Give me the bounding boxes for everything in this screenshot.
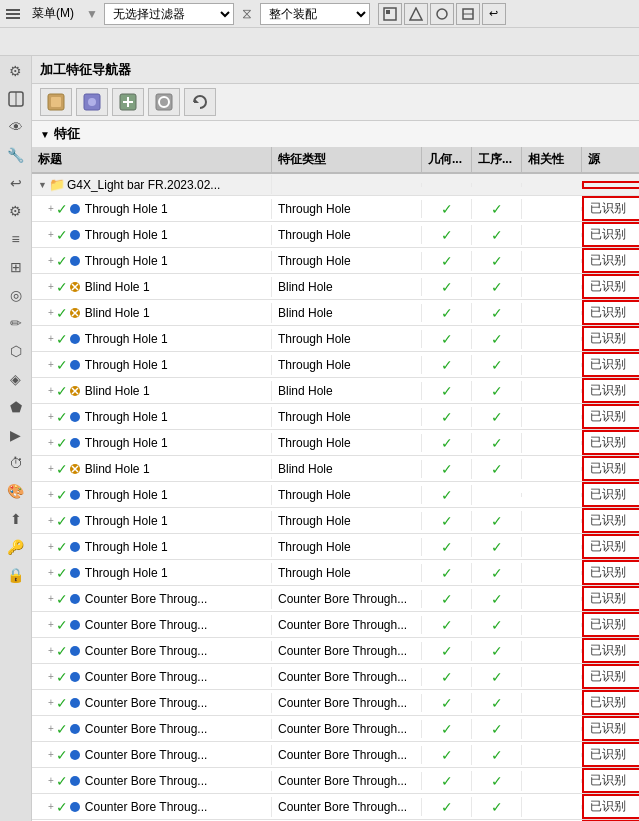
toolbar-btn-1[interactable]	[378, 3, 402, 25]
plus-icon[interactable]: +	[48, 515, 54, 526]
check-icon: ✓	[56, 799, 68, 815]
table-row[interactable]: + ✓ Counter Bore Throug... Counter Bore …	[32, 794, 639, 820]
check-icon: ✓	[441, 799, 453, 815]
cell-type: Through Hole	[272, 512, 422, 530]
table-row[interactable]: + ✓ Through Hole 1 Through Hole ✓ ✓ 已识别	[32, 196, 639, 222]
hole-icon	[68, 488, 82, 502]
table-row[interactable]: + ✓ Counter Bore Throug... Counter Bore …	[32, 690, 639, 716]
sidebar-icon-list[interactable]: ≡	[3, 226, 29, 252]
table-row[interactable]: + ✓ Through Hole 1 Through Hole ✓ ✓ 已识别	[32, 352, 639, 378]
plus-icon[interactable]: +	[48, 619, 54, 630]
plus-icon[interactable]: +	[48, 229, 54, 240]
hole-icon	[68, 462, 82, 476]
sidebar-icon-play[interactable]: ▶	[3, 422, 29, 448]
plus-icon[interactable]: +	[48, 281, 54, 292]
sidebar-icon-settings[interactable]: 🔑	[3, 534, 29, 560]
table-row[interactable]: + ✓ Through Hole 1 Through Hole ✓ 已识别	[32, 482, 639, 508]
table-row[interactable]: + ✓ Through Hole 1 Through Hole ✓ ✓ 已识别	[32, 508, 639, 534]
sidebar-icon-clock[interactable]: ⏱	[3, 450, 29, 476]
table-row[interactable]: + ✓ Through Hole 1 Through Hole ✓ ✓ 已识别	[32, 222, 639, 248]
table-row[interactable]: + ✓ Blind Hole 1 Blind Hole ✓ ✓ 已识别	[32, 274, 639, 300]
table-root-row[interactable]: ▼ 📁 G4X_Light bar FR.2023.02...	[32, 174, 639, 196]
filter-dropdown[interactable]: 无选择过滤器	[104, 3, 234, 25]
feat-btn-1[interactable]	[40, 88, 72, 116]
table-row[interactable]: + ✓ Through Hole 1 Through Hole ✓ ✓ 已识别	[32, 248, 639, 274]
table-row[interactable]: + ✓ Counter Bore Throug... Counter Bore …	[32, 612, 639, 638]
table-row[interactable]: + ✓ Through Hole 1 Through Hole ✓ ✓ 已识别	[32, 326, 639, 352]
table-row[interactable]: + ✓ Through Hole 1 Through Hole ✓ ✓ 已识别	[32, 560, 639, 586]
sidebar-icon-eye[interactable]: 👁	[3, 114, 29, 140]
plus-icon[interactable]: +	[48, 723, 54, 734]
hamburger-icon[interactable]	[4, 5, 22, 23]
feat-btn-refresh[interactable]	[184, 88, 216, 116]
plus-icon[interactable]: +	[48, 775, 54, 786]
plus-icon[interactable]: +	[48, 645, 54, 656]
plus-icon[interactable]: +	[48, 437, 54, 448]
sidebar-icon-gear[interactable]: ⚙	[3, 198, 29, 224]
table-row[interactable]: + ✓ Blind Hole 1 Blind Hole ✓ ✓ 已识别	[32, 378, 639, 404]
sidebar-icon-home[interactable]: ⚙	[3, 58, 29, 84]
menu-label[interactable]: 菜单(M)	[26, 3, 80, 24]
plus-icon[interactable]: +	[48, 801, 54, 812]
plus-icon[interactable]: +	[48, 385, 54, 396]
table-row[interactable]: + ✓ Through Hole 1 Through Hole ✓ ✓ 已识别	[32, 534, 639, 560]
feat-btn-2[interactable]	[76, 88, 108, 116]
plus-icon[interactable]: +	[48, 489, 54, 500]
cell-rel	[522, 519, 582, 523]
plus-icon[interactable]: +	[48, 333, 54, 344]
cell-label: + ✓ Through Hole 1	[32, 511, 272, 531]
plus-icon[interactable]: +	[48, 307, 54, 318]
table-row[interactable]: + ✓ Counter Bore Throug... Counter Bore …	[32, 638, 639, 664]
root-label[interactable]: ▼ 📁 G4X_Light bar FR.2023.02...	[32, 175, 272, 194]
plus-icon[interactable]: +	[48, 567, 54, 578]
cell-rel	[522, 779, 582, 783]
sidebar-icon-circle[interactable]: ◎	[3, 282, 29, 308]
plus-icon[interactable]: +	[48, 255, 54, 266]
feature-table[interactable]: 标题 特征类型 几何... 工序... 相关性 源 ▼ 📁 G4X_Light …	[32, 147, 639, 821]
plus-icon[interactable]: +	[48, 697, 54, 708]
cell-op: ✓	[472, 511, 522, 531]
plus-icon[interactable]: +	[48, 541, 54, 552]
toolbar-btn-2[interactable]	[404, 3, 428, 25]
table-row[interactable]: + ✓ Counter Bore Throug... Counter Bore …	[32, 664, 639, 690]
table-row[interactable]: + ✓ Counter Bore Throug... Counter Bore …	[32, 586, 639, 612]
sidebar-icon-shape[interactable]: ⬟	[3, 394, 29, 420]
toolbar-btn-5[interactable]: ↩	[482, 3, 506, 25]
table-row[interactable]: + ✓ Through Hole 1 Through Hole ✓ ✓ 已识别	[32, 430, 639, 456]
cell-rel	[522, 441, 582, 445]
cell-type: Through Hole	[272, 356, 422, 374]
toolbar-btn-4[interactable]	[456, 3, 480, 25]
sidebar-icon-refresh[interactable]: ↩	[3, 170, 29, 196]
sidebar-icon-up[interactable]: ⬆	[3, 506, 29, 532]
assembly-dropdown[interactable]: 整个装配	[260, 3, 370, 25]
sidebar-icon-diamond[interactable]: ◈	[3, 366, 29, 392]
sidebar-icon-lock[interactable]: 🔒	[3, 562, 29, 588]
cell-label: + ✓ Counter Bore Throug...	[32, 667, 272, 687]
sidebar-icon-edit[interactable]: ✏	[3, 310, 29, 336]
table-row[interactable]: + ✓ Counter Bore Throug... Counter Bore …	[32, 716, 639, 742]
table-row[interactable]: + ✓ Counter Bore Throug... Counter Bore …	[32, 768, 639, 794]
sidebar-icon-grid[interactable]: ⊞	[3, 254, 29, 280]
sidebar-icon-tool[interactable]: 🔧	[3, 142, 29, 168]
check-icon: ✓	[56, 643, 68, 659]
table-row[interactable]: + ✓ Blind Hole 1 Blind Hole ✓ ✓ 已识别	[32, 300, 639, 326]
plus-icon[interactable]: +	[48, 463, 54, 474]
plus-icon[interactable]: +	[48, 359, 54, 370]
check-icon: ✓	[491, 357, 503, 373]
plus-icon[interactable]: +	[48, 749, 54, 760]
feat-btn-4[interactable]	[148, 88, 180, 116]
expand-icon[interactable]: ▼	[38, 180, 47, 190]
plus-icon[interactable]: +	[48, 593, 54, 604]
plus-icon[interactable]: +	[48, 411, 54, 422]
sidebar-icon-view[interactable]	[3, 86, 29, 112]
sidebar-icon-hex[interactable]: ⬡	[3, 338, 29, 364]
cell-geo: ✓	[422, 667, 472, 687]
table-row[interactable]: + ✓ Counter Bore Throug... Counter Bore …	[32, 742, 639, 768]
toolbar-btn-3[interactable]	[430, 3, 454, 25]
table-row[interactable]: + ✓ Blind Hole 1 Blind Hole ✓ ✓ 已识别	[32, 456, 639, 482]
plus-icon[interactable]: +	[48, 671, 54, 682]
table-row[interactable]: + ✓ Through Hole 1 Through Hole ✓ ✓ 已识别	[32, 404, 639, 430]
sidebar-icon-palette[interactable]: 🎨	[3, 478, 29, 504]
plus-icon[interactable]: +	[48, 203, 54, 214]
feat-btn-3[interactable]	[112, 88, 144, 116]
